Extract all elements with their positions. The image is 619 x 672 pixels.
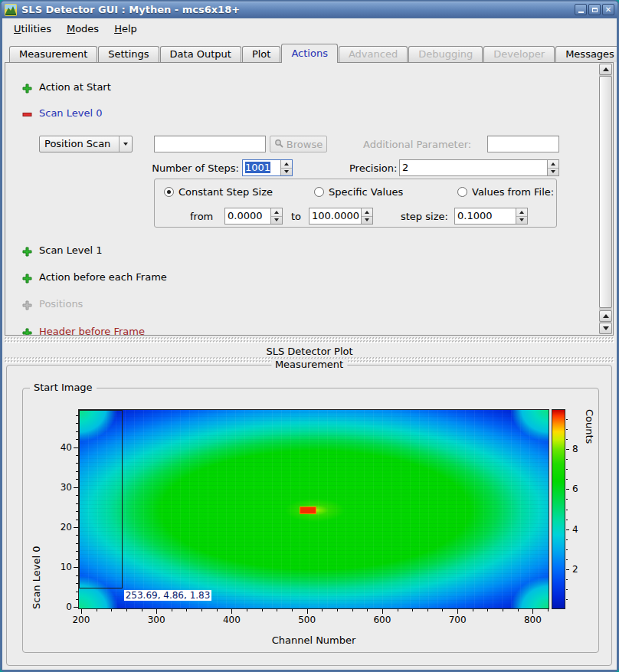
spin-buttons [270, 208, 282, 224]
action-before-each-frame-label: Action before each Frame [39, 271, 167, 283]
tab-plot[interactable]: Plot [242, 46, 281, 62]
titlebar[interactable]: SLS Detector GUI : Mythen - mcs6x18+ ✕ [2, 2, 617, 18]
spin-down-button[interactable] [271, 217, 282, 225]
tick-y-minor [76, 455, 78, 456]
spin-up-button[interactable] [548, 160, 558, 169]
tick-y-minor [76, 415, 78, 416]
scan-mode-value: Position Scan [40, 136, 119, 152]
tab-measurement[interactable]: Measurement [9, 46, 97, 62]
row-action-before-each-frame[interactable]: Action before each Frame [22, 270, 167, 283]
measurement-group-title: Measurement [271, 359, 347, 370]
spin-up-button[interactable] [281, 160, 292, 169]
from-label: from [190, 211, 213, 222]
arrow-down-icon [284, 170, 289, 173]
from-spinbox[interactable]: 0.0000 [224, 208, 283, 225]
heatmap-corner-patch [502, 409, 549, 449]
heatmap-canvas[interactable]: 253.69, 4.86, 1.83 [78, 409, 549, 609]
combo-dropdown-button[interactable] [119, 136, 132, 152]
menu-utilities[interactable]: Utilities [7, 20, 58, 38]
spin-down-button[interactable] [548, 169, 558, 176]
window-controls: ✕ [575, 4, 614, 15]
tab-settings[interactable]: Settings [98, 46, 159, 62]
collapse-minus-icon[interactable] [22, 108, 32, 118]
tick-y-minor [76, 551, 78, 552]
browse-button: Browse [270, 136, 327, 152]
tick-x-label: 800 [516, 615, 549, 625]
tick-c-major [566, 449, 569, 450]
expand-plus-icon[interactable] [22, 272, 32, 282]
tick-c-minor [566, 499, 568, 500]
spin-buttons [516, 208, 527, 224]
tick-c-minor [566, 459, 568, 460]
additional-parameter-input[interactable] [487, 136, 559, 152]
scrollbar-thumb[interactable] [599, 76, 612, 308]
radio-specific-values[interactable] [314, 187, 324, 197]
scroll-up-button-2[interactable] [599, 310, 612, 322]
close-button[interactable]: ✕ [602, 4, 614, 15]
tick-x-minor [172, 609, 172, 611]
scan-mode-combobox[interactable]: Position Scan [39, 136, 133, 152]
spin-down-button[interactable] [281, 169, 292, 176]
expand-plus-icon[interactable] [22, 326, 32, 336]
x-axis-title: Channel Number [78, 634, 549, 646]
tick-y-major [74, 567, 78, 568]
tab-debugging: Debugging [408, 46, 483, 62]
tick-c-major [566, 489, 569, 490]
tick-y-minor [76, 543, 78, 544]
y-axis-title: Scan Level 0 [31, 409, 42, 609]
row-scan-level-1[interactable]: Scan Level 1 [22, 244, 102, 256]
tab-messages[interactable]: Messages [555, 46, 617, 62]
spin-buttons [547, 160, 558, 175]
row-action-at-start[interactable]: Action at Start [22, 80, 111, 93]
maximize-button[interactable] [588, 4, 601, 15]
menu-modes[interactable]: Modes [60, 20, 106, 38]
actions-tab-panel: Action at Start Scan Level 0 Position Sc… [5, 62, 614, 336]
number-of-steps-spinbox[interactable]: 1001 [242, 159, 293, 176]
row-positions: Positions [22, 297, 83, 310]
minimize-button[interactable] [575, 4, 587, 15]
spin-buttons [280, 160, 292, 175]
to-spinbox[interactable]: 100.0000 [309, 208, 373, 225]
menu-help[interactable]: Help [107, 20, 144, 38]
values-from-file-label: Values from File: [472, 186, 554, 198]
vertical-scrollbar[interactable] [599, 64, 612, 334]
tick-c-label: 8 [572, 444, 578, 454]
tick-y-label: 10 [46, 562, 72, 572]
tick-y-label: 40 [46, 442, 72, 453]
spin-up-button[interactable] [362, 208, 372, 217]
colorbar [552, 409, 565, 609]
tick-y-major [74, 607, 78, 608]
chevron-down-icon [123, 143, 128, 146]
radio-constant-step-size[interactable] [164, 187, 174, 197]
expand-plus-icon[interactable] [22, 82, 32, 92]
tick-y-minor [76, 463, 78, 464]
tick-y-minor [76, 599, 78, 600]
tick-c-minor [566, 510, 568, 510]
tick-y-label: 30 [46, 482, 72, 493]
constant-step-size-label: Constant Step Size [178, 186, 273, 198]
expand-plus-icon[interactable] [22, 245, 32, 255]
scroll-up-button[interactable] [599, 64, 612, 75]
scroll-down-button[interactable] [599, 323, 612, 334]
tick-x-major [307, 609, 308, 614]
radio-values-from-file[interactable] [457, 187, 467, 197]
splitter-handle[interactable] [5, 337, 614, 343]
arrow-down-icon [603, 326, 609, 330]
spin-down-button[interactable] [362, 217, 372, 225]
row-scan-level-0[interactable]: Scan Level 0 [22, 107, 102, 119]
spin-down-button[interactable] [516, 217, 527, 225]
tab-data-output[interactable]: Data Output [160, 46, 241, 62]
step-size-spinbox[interactable]: 0.1000 [454, 208, 528, 225]
arrow-up-icon [284, 162, 289, 166]
tick-x-label: 400 [215, 615, 248, 625]
step-size-value: 0.1000 [455, 208, 516, 224]
spin-up-button[interactable] [516, 208, 527, 217]
tick-x-minor [97, 609, 97, 611]
precision-spinbox[interactable]: 2 [399, 159, 559, 176]
tick-x-minor [111, 609, 112, 611]
row-header-before-frame[interactable]: Header before Frame [22, 325, 145, 336]
tab-actions[interactable]: Actions [281, 44, 338, 63]
scan-script-input[interactable] [154, 136, 266, 152]
tick-c-minor [566, 429, 568, 430]
spin-up-button[interactable] [271, 208, 282, 217]
